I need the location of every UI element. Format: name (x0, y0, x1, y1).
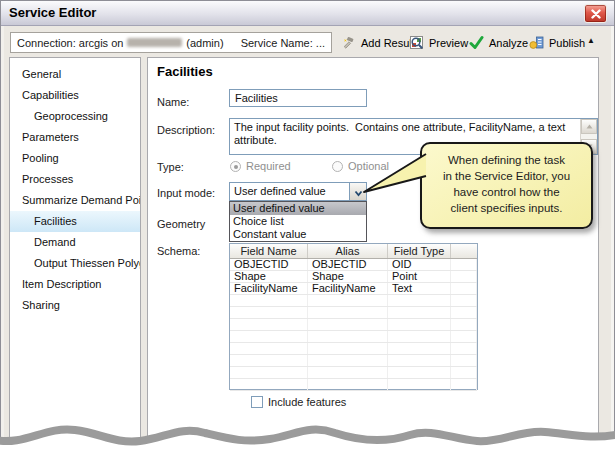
input-mode-combobox[interactable]: User defined value (229, 182, 367, 201)
dropdown-option-user-defined-value[interactable]: User defined value (230, 202, 366, 215)
callout-text: When defining the task (422, 152, 591, 168)
callout-text: have control how the (422, 184, 591, 200)
table-row-empty (230, 307, 477, 319)
publish-icon (529, 35, 544, 52)
analyze-icon (469, 35, 484, 52)
settings-nav-panel: General Capabilities Geoprocessing Param… (9, 57, 141, 440)
facilities-form-panel: Facilities Name: Description: The input … (147, 57, 599, 440)
table-row[interactable]: FacilityName FacilityName Text (230, 283, 477, 295)
column-header-field-name[interactable]: Field Name (230, 244, 308, 258)
type-required-option: Required (230, 160, 291, 172)
dropdown-option-choice-list[interactable]: Choice list (230, 215, 366, 228)
cell-blank (451, 259, 477, 270)
add-result-icon (341, 35, 356, 52)
connection-prefix: Connection: arcgis on (17, 37, 123, 49)
sidebar-item-sharing[interactable]: Sharing (10, 295, 140, 316)
schema-table: Field Name Alias Field Type OBJECTID OBJ… (229, 243, 478, 390)
analyze-label: Analyze (489, 37, 528, 49)
name-label: Name: (157, 96, 189, 108)
type-label: Type: (157, 161, 184, 173)
name-input[interactable] (229, 89, 367, 107)
cell-field-name[interactable]: FacilityName (230, 283, 308, 294)
type-required-label: Required (246, 160, 291, 172)
include-features-label: Include features (268, 396, 346, 408)
sidebar-item-output-thiessen-polygons[interactable]: Output Thiessen Polygons (10, 253, 140, 274)
column-header-blank (451, 244, 477, 258)
schema-label: Schema: (157, 245, 200, 257)
cell-field-type[interactable]: Text (388, 283, 451, 294)
sidebar-item-item-description[interactable]: Item Description (10, 274, 140, 295)
radio-selected-icon (230, 161, 241, 172)
table-row-empty (230, 331, 477, 343)
column-header-field-type[interactable]: Field Type (388, 244, 451, 258)
service-name-label: Service Name: ... (241, 37, 325, 49)
sidebar-item-demand[interactable]: Demand (10, 232, 140, 253)
radio-unselected-icon (332, 161, 343, 172)
title-bar: Service Editor (1, 1, 614, 26)
sidebar-item-summarize-demand-points[interactable]: Summarize Demand Points By (10, 190, 140, 211)
include-features-checkbox[interactable] (251, 396, 263, 408)
cell-field-name[interactable]: Shape (230, 271, 308, 282)
description-label: Description: (157, 124, 215, 136)
torn-edge-decoration (0, 408, 615, 456)
sidebar-item-parameters[interactable]: Parameters (10, 127, 140, 148)
close-button[interactable] (584, 4, 607, 23)
schema-table-header: Field Name Alias Field Type (230, 244, 477, 259)
scroll-up-icon[interactable] (581, 119, 597, 134)
cell-blank (451, 271, 477, 282)
cell-field-type[interactable]: OID (388, 259, 451, 270)
add-result-button[interactable]: Add Result (341, 33, 415, 53)
cell-field-type[interactable]: Point (388, 271, 451, 282)
dropdown-option-constant-value[interactable]: Constant value (230, 228, 366, 241)
add-result-label: Add Result (361, 37, 415, 49)
input-mode-dropdown-list: User defined value Choice list Constant … (229, 201, 367, 242)
sidebar-item-capabilities[interactable]: Capabilities (10, 85, 140, 106)
close-icon (591, 5, 601, 23)
table-row[interactable]: Shape Shape Point (230, 271, 477, 283)
cell-field-name[interactable]: OBJECTID (230, 259, 308, 270)
callout-text: client specifies inputs. (422, 200, 591, 216)
page-title: Facilities (157, 64, 213, 79)
connection-readout: Connection: arcgis on (admin) Service Na… (10, 32, 332, 53)
cell-alias[interactable]: FacilityName (308, 283, 388, 294)
cell-alias[interactable]: OBJECTID (308, 259, 388, 270)
preview-button[interactable]: Preview (409, 33, 468, 53)
annotation-callout: When defining the task in the Service Ed… (420, 142, 593, 229)
table-row-empty (230, 355, 477, 367)
preview-label: Preview (429, 37, 468, 49)
input-mode-value: User defined value (230, 183, 349, 200)
preview-icon (409, 35, 424, 52)
sidebar-item-geoprocessing[interactable]: Geoprocessing (10, 106, 140, 127)
window-title: Service Editor (9, 5, 96, 20)
cell-blank (451, 283, 477, 294)
redacted-server-name (127, 38, 182, 47)
table-row[interactable]: OBJECTID OBJECTID OID (230, 259, 477, 271)
cell-alias[interactable]: Shape (308, 271, 388, 282)
connection-suffix: (admin) (186, 37, 223, 49)
analyze-button[interactable]: Analyze (469, 33, 528, 53)
column-header-alias[interactable]: Alias (308, 244, 388, 258)
publish-button[interactable]: Publish (529, 33, 585, 53)
table-row-empty (230, 367, 477, 379)
table-row-empty (230, 379, 477, 391)
sidebar-item-facilities[interactable]: Facilities (10, 211, 140, 232)
table-row-empty (230, 319, 477, 331)
geometry-label: Geometry (157, 218, 205, 230)
sidebar-item-general[interactable]: General (10, 64, 140, 85)
input-mode-label: Input mode: (157, 187, 215, 199)
table-row-empty (230, 343, 477, 355)
sidebar-item-pooling[interactable]: Pooling (10, 148, 140, 169)
sidebar-item-processes[interactable]: Processes (10, 169, 140, 190)
callout-tail (358, 148, 430, 200)
collapse-toolbar-arrow-icon[interactable]: ▲ (587, 36, 595, 45)
callout-text: in the Service Editor, you (422, 168, 591, 184)
service-editor-window: Service Editor Connection: arcgis on (ad… (0, 0, 615, 456)
publish-label: Publish (549, 37, 585, 49)
table-row-empty (230, 295, 477, 307)
